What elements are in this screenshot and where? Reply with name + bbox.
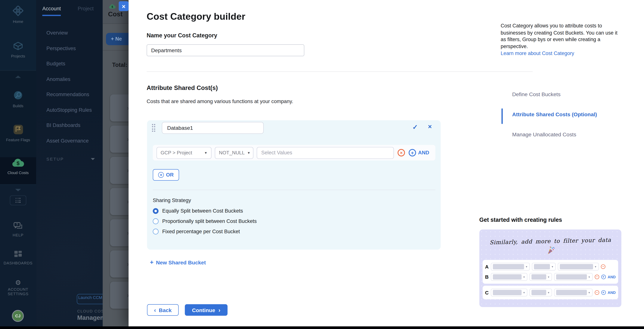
example-rule-row-b: B ▼ ▼ ▼ − + AND <box>485 272 616 282</box>
nav-item-asset-governance[interactable]: Asset Governance <box>36 133 102 149</box>
chevron-right-icon: › <box>127 198 129 205</box>
operator-select[interactable]: NOT_NULL▼ <box>215 147 254 159</box>
bucket-name-input[interactable] <box>162 122 264 134</box>
radio-label: Fixed percentage per Cost Bucket <box>162 229 240 235</box>
sidebar-item-label: DASHBOARDS <box>0 261 36 265</box>
new-cost-category-button[interactable]: + Ne <box>106 33 128 45</box>
sidebar-item-help[interactable]: ? HELP <box>0 222 36 237</box>
chevron-right-icon: › <box>218 307 220 313</box>
radio-fixed-percentage[interactable]: Fixed percentage per Cost Bucket <box>153 229 240 235</box>
projects-icon <box>13 41 24 51</box>
nav-item-anomalies[interactable]: Anomalies <box>36 71 102 87</box>
placeholder-select: ▼ <box>491 273 527 281</box>
confirm-check-icon[interactable]: ✓ <box>412 123 418 131</box>
scope-tabs: Account Project <box>36 6 102 16</box>
sidebar-item-account-settings[interactable]: ⚙ ACCOUNT SETTINGS <box>0 279 36 296</box>
module-nav-panel: Account Project Overview Perspectives Bu… <box>36 0 102 326</box>
svg-text:$: $ <box>16 160 20 166</box>
delete-condition-icon[interactable]: × <box>398 149 405 156</box>
sidebar-item-dashboards[interactable]: DASHBOARDS <box>0 251 36 265</box>
tab-account[interactable]: Account <box>42 6 61 16</box>
name-section-label: Name your Cost Category <box>146 32 217 39</box>
nav-item-overview[interactable]: Overview <box>36 25 102 41</box>
sidebar-item-feature-flags[interactable]: Feature Flags <box>0 124 36 142</box>
close-icon[interactable]: × <box>119 1 128 11</box>
user-avatar[interactable]: CJ <box>12 310 24 322</box>
sidebar-item-home[interactable]: Home <box>0 6 36 24</box>
cost-category-name-input[interactable] <box>146 44 304 56</box>
new-shared-bucket-button[interactable]: +New Shared Bucket <box>150 259 206 266</box>
sidebar-item-label: HELP <box>0 233 36 237</box>
sidebar-item-label: Projects <box>0 54 36 58</box>
setup-section-toggle[interactable]: SETUP <box>46 156 95 161</box>
sidebar-item-projects[interactable]: Projects <box>0 41 36 58</box>
cost-category-builder-drawer: × Cost Category builder Name your Cost C… <box>128 0 644 326</box>
placeholder-select: ▼ <box>554 273 592 281</box>
chevron-right-icon: › <box>127 135 129 142</box>
nav-item-recommendations[interactable]: Recommendations <box>36 87 102 102</box>
continue-label: Continue <box>192 307 215 313</box>
radio-label: Equally Split between Cost Buckets <box>162 208 243 214</box>
add-or-condition-button[interactable]: + OR <box>153 169 179 181</box>
background-table-row: › <box>110 94 128 121</box>
bottom-edge-bar <box>0 326 644 329</box>
svg-text:?: ? <box>16 223 18 227</box>
values-input[interactable] <box>256 147 394 159</box>
plus-circle-icon: + <box>601 275 606 279</box>
background-page-title: Cost <box>108 11 123 18</box>
sidebar-item-builds[interactable]: Builds <box>0 90 36 108</box>
nav-item-perspectives[interactable]: Perspectives <box>36 41 102 56</box>
operand-select[interactable]: GCP > Project▼ <box>156 147 212 159</box>
chevron-right-icon: › <box>127 104 129 111</box>
about-paragraph: Cost Category allows you to attribute co… <box>501 23 618 49</box>
caret-down-icon: ▼ <box>247 151 250 155</box>
learn-more-link[interactable]: Learn more about Cost Category <box>501 50 574 57</box>
rule-condition-row: GCP > Project▼ NOT_NULL▼ × + AND <box>153 145 435 161</box>
drag-handle-icon[interactable] <box>152 124 155 132</box>
scroll-down-chevron-icon[interactable] <box>15 189 21 191</box>
sidebar-item-cloud-costs[interactable]: $ Cloud Costs <box>0 157 36 184</box>
placeholder-select: ▼ <box>491 289 527 297</box>
nav-item-bi-dashboards[interactable]: BI Dashboards <box>36 118 102 133</box>
nav-item-autostopping-rules[interactable]: AutoStopping Rules <box>36 102 102 118</box>
dimmed-background-page: $ Cost + Ne Total: ››››››› <box>103 0 129 326</box>
row-label: B <box>485 274 489 280</box>
tab-project[interactable]: Project <box>78 6 94 16</box>
home-icon <box>13 6 24 16</box>
back-button[interactable]: ‹ Back <box>147 304 179 316</box>
radio-equally-split[interactable]: Equally Split between Cost Buckets <box>153 208 243 214</box>
nav-item-budgets[interactable]: Budgets <box>36 56 102 72</box>
feature-flags-icon <box>13 124 23 135</box>
add-and-condition-icon[interactable]: + <box>408 149 416 156</box>
radio-selected-icon <box>153 208 158 214</box>
module-picker-button[interactable] <box>10 196 26 205</box>
and-label[interactable]: AND <box>418 150 429 156</box>
cloud-costs-icon: $ <box>109 4 116 9</box>
placeholder-select: ▼ <box>530 273 552 281</box>
svg-text:$: $ <box>112 5 113 8</box>
about-cost-category-text: Cost Category allows you to attribute co… <box>501 22 622 57</box>
continue-button[interactable]: Continue › <box>185 304 228 316</box>
step-attribute-shared-costs[interactable]: Attribute Shared Costs (Optional) <box>502 111 625 117</box>
step-manage-unallocated-costs[interactable]: Manage Unallocated Costs <box>502 131 625 138</box>
or-label: OR <box>166 172 174 178</box>
rules-illustration: Similarly, add more to filter your data … <box>479 230 621 307</box>
sidebar-item-label: ACCOUNT <box>0 287 36 292</box>
radio-label: Proportionally split between Cost Bucket… <box>162 218 257 224</box>
divider <box>153 190 435 190</box>
and-label: AND <box>608 275 616 279</box>
step-define-cost-buckets[interactable]: Define Cost Buckets <box>502 91 625 97</box>
remove-bucket-icon[interactable]: × <box>428 123 432 130</box>
and-label: AND <box>608 291 616 295</box>
plus-circle-icon: + <box>601 290 606 295</box>
radio-proportionally-split[interactable]: Proportionally split between Cost Bucket… <box>153 218 256 224</box>
background-table-row: › <box>110 126 128 153</box>
placeholder-select: ▼ <box>491 263 530 271</box>
app-root: Home Projects Builds <box>0 0 644 329</box>
radio-icon <box>153 218 158 224</box>
scroll-up-chevron-icon[interactable] <box>15 75 21 78</box>
radio-icon <box>153 229 158 235</box>
help-chat-icon: ? <box>13 222 23 230</box>
background-table-row: › <box>110 219 128 246</box>
example-rule-card-ab: A ▼ ▼ ▼ − B ▼ ▼ ▼ − + AND <box>482 260 618 284</box>
